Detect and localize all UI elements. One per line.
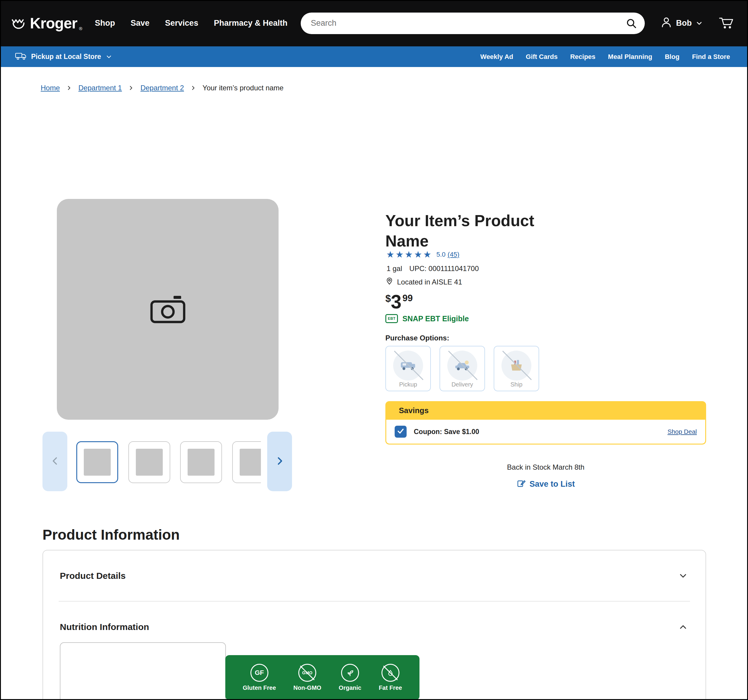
- snap-ebt-label: SNAP EBT Eligible: [403, 314, 469, 323]
- star-rating-icons: ★★★★★: [386, 250, 432, 259]
- coupon-label: Coupon: Save $1.00: [414, 428, 479, 436]
- aisle-location: Located in AISLE 41: [385, 277, 462, 287]
- breadcrumb-department-2[interactable]: Department 2: [140, 84, 184, 92]
- gluten-free-icon: GF: [251, 664, 268, 682]
- fulfillment-selector[interactable]: Pickup at Local Store: [15, 52, 113, 62]
- chevron-right-icon: [128, 85, 134, 91]
- account-menu[interactable]: Bob: [660, 16, 703, 30]
- location-pin-icon: [385, 277, 394, 287]
- savings-body: Coupon: Save $1.00 Shop Deal: [385, 420, 706, 445]
- breadcrumb-home[interactable]: Home: [41, 84, 60, 92]
- snap-ebt-row: EBT SNAP EBT Eligible: [385, 314, 469, 323]
- link-weekly-ad[interactable]: Weekly Ad: [480, 53, 513, 61]
- badge-fat-free: Fat Free: [379, 664, 402, 691]
- search-input[interactable]: [301, 12, 645, 34]
- search-bar: [301, 12, 645, 34]
- price-cents: 99: [403, 293, 413, 303]
- product-upc: UPC: 0001111041700: [409, 264, 479, 273]
- thumbnail-image: [240, 449, 261, 476]
- purchase-options-row: Pickup Delivery Ship: [385, 346, 539, 391]
- link-find-a-store[interactable]: Find a Store: [692, 53, 730, 61]
- thumbnail-image: [84, 449, 111, 476]
- chevron-down-icon: [695, 20, 703, 27]
- link-blog[interactable]: Blog: [665, 53, 680, 61]
- ebt-card-icon: EBT: [385, 314, 398, 323]
- thumbnail-2[interactable]: [128, 441, 170, 483]
- save-to-list-button[interactable]: Save to List: [385, 478, 706, 490]
- option-label: Ship: [494, 381, 538, 388]
- camera-icon: [150, 293, 186, 325]
- diet-badges-bar: GF Gluten Free GMO Non-GMO Organic: [225, 655, 420, 700]
- breadcrumb-department-1[interactable]: Department 1: [78, 84, 122, 92]
- thumbnail-3[interactable]: [180, 441, 222, 483]
- thumbnail-image: [188, 449, 214, 476]
- nav-save[interactable]: Save: [131, 18, 149, 28]
- pickup-truck-icon: [15, 52, 27, 62]
- cart-icon: [719, 16, 734, 31]
- non-gmo-icon: GMO: [298, 664, 316, 682]
- nutrition-facts-box: [60, 642, 226, 700]
- thumbnail-1[interactable]: [76, 441, 118, 483]
- badge-organic: Organic: [339, 664, 362, 691]
- shop-deal-link[interactable]: Shop Deal: [667, 428, 697, 435]
- carousel-prev-button[interactable]: [43, 432, 67, 491]
- price-currency: $: [385, 293, 391, 304]
- badge-gluten-free: GF Gluten Free: [243, 664, 276, 691]
- accordion-label: Nutrition Information: [60, 622, 149, 632]
- fulfillment-label: Pickup at Local Store: [31, 53, 101, 61]
- chevron-down-icon: [678, 571, 688, 581]
- save-to-list-label: Save to List: [530, 480, 575, 489]
- coupon-checkbox[interactable]: [395, 426, 407, 438]
- chevron-down-icon: [105, 53, 113, 61]
- registered-mark: ®: [79, 26, 82, 31]
- product-title: Your Item’s Product Name: [385, 211, 565, 251]
- availability-note: Back in Stock March 8th: [385, 463, 706, 471]
- chevron-right-icon: [190, 85, 196, 91]
- kroger-logo-icon: [10, 14, 27, 32]
- aisle-location-text: Located in AISLE 41: [397, 278, 462, 286]
- rating-row: ★★★★★ 5.0 (45): [386, 250, 459, 259]
- top-header: Kroger ® Shop Save Services Pharmacy & H…: [0, 0, 748, 46]
- product-information-heading: Product Information: [43, 527, 180, 543]
- rating-count-link[interactable]: (45): [448, 251, 459, 258]
- purchase-option-pickup[interactable]: Pickup: [385, 346, 431, 391]
- cart-button[interactable]: [719, 16, 734, 31]
- chevron-right-icon: [274, 456, 285, 468]
- price-whole: 3: [391, 291, 401, 313]
- product-information-accordion: Product Details Nutrition Information GF…: [43, 550, 706, 700]
- savings-title: Savings: [399, 406, 429, 415]
- rating-value: 5.0: [436, 251, 445, 258]
- save-to-list-icon: [517, 478, 526, 490]
- purchase-option-delivery[interactable]: Delivery: [439, 346, 485, 391]
- search-icon[interactable]: [626, 18, 637, 29]
- option-label: Pickup: [386, 381, 430, 388]
- brand-wordmark: Kroger: [30, 14, 77, 33]
- nav-services[interactable]: Services: [165, 18, 198, 28]
- organic-icon: [341, 664, 359, 682]
- nav-pharmacy-health[interactable]: Pharmacy & Health: [214, 18, 287, 28]
- kroger-logo[interactable]: Kroger ®: [10, 14, 82, 33]
- purchase-options-label: Purchase Options:: [385, 334, 449, 342]
- thumbnail-carousel: [75, 439, 261, 486]
- breadcrumb: Home Department 1 Department 2 Your item…: [41, 84, 284, 92]
- user-icon: [660, 16, 673, 30]
- user-name: Bob: [676, 18, 692, 28]
- size-upc-row: 1 gal UPC: 0001111041700: [386, 264, 479, 273]
- link-recipes[interactable]: Recipes: [570, 53, 595, 61]
- chevron-right-icon: [66, 85, 72, 91]
- accordion-product-details[interactable]: Product Details: [43, 550, 705, 601]
- thumbnail-4[interactable]: [232, 441, 261, 483]
- chevron-left-icon: [50, 456, 61, 468]
- purchase-option-ship[interactable]: Ship: [494, 346, 539, 391]
- link-meal-planning[interactable]: Meal Planning: [608, 53, 652, 61]
- product-size: 1 gal: [386, 264, 402, 273]
- link-gift-cards[interactable]: Gift Cards: [526, 53, 557, 61]
- secondary-nav: Pickup at Local Store Weekly Ad Gift Car…: [0, 46, 748, 67]
- carousel-next-button[interactable]: [267, 432, 292, 491]
- chevron-up-icon: [678, 622, 688, 632]
- accordion-label: Product Details: [60, 571, 126, 581]
- product-price: $399: [385, 291, 413, 313]
- badge-non-gmo: GMO Non-GMO: [293, 664, 321, 691]
- thumbnail-image: [136, 449, 163, 476]
- nav-shop[interactable]: Shop: [95, 18, 115, 28]
